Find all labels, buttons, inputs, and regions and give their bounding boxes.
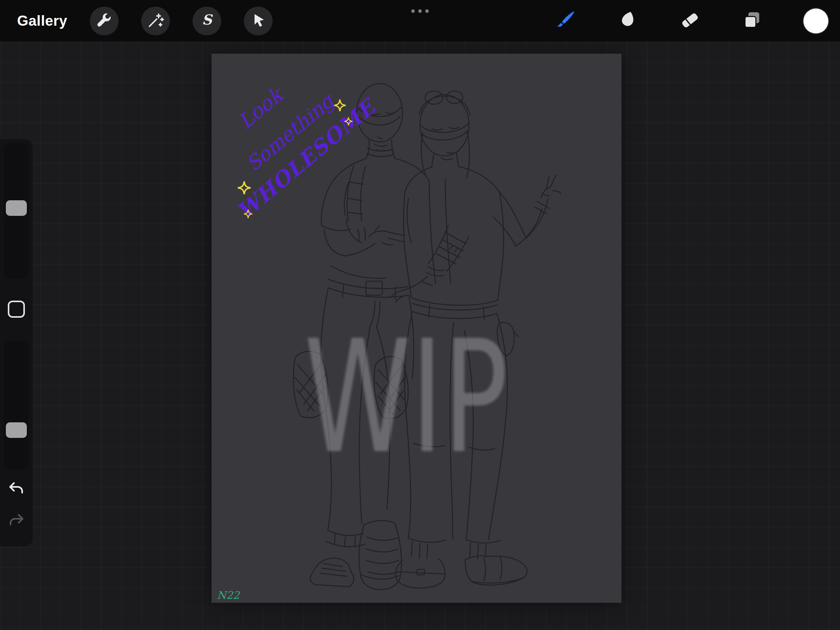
- undo-button[interactable]: [7, 481, 25, 497]
- cursor-arrow-icon: [249, 11, 267, 30]
- smudge-drop-icon: [617, 9, 639, 32]
- adjustments-button[interactable]: [141, 7, 170, 35]
- gallery-button[interactable]: Gallery: [17, 13, 67, 29]
- workspace: Look Something WHOLESOME WIP N22: [0, 42, 840, 630]
- artwork: Look Something WHOLESOME WIP N22: [212, 54, 621, 603]
- topbar: Gallery: [0, 0, 840, 42]
- magic-wand-icon: [147, 11, 164, 30]
- topbar-left-tools: Gallery: [0, 7, 273, 35]
- opacity-slider[interactable]: [4, 341, 29, 469]
- redo-button[interactable]: [7, 513, 25, 529]
- layers-button[interactable]: [741, 9, 763, 32]
- transform-button[interactable]: [244, 7, 273, 35]
- selection-s-icon: S: [198, 11, 216, 30]
- paintbrush-icon: [555, 9, 576, 32]
- layers-icon: [741, 9, 763, 32]
- paint-tool-button[interactable]: [555, 9, 576, 32]
- canvas[interactable]: Look Something WHOLESOME WIP N22: [212, 54, 621, 603]
- redo-icon: [7, 523, 25, 529]
- eraser-icon: [679, 9, 701, 32]
- wip-text: WIP: [304, 307, 508, 488]
- canvas-options-button[interactable]: [409, 7, 431, 15]
- undo-icon: [7, 492, 25, 497]
- brush-size-handle[interactable]: [6, 200, 27, 216]
- svg-text:S: S: [202, 12, 213, 28]
- smudge-tool-button[interactable]: [617, 9, 639, 32]
- artist-signature: N22: [217, 589, 240, 601]
- erase-tool-button[interactable]: [679, 9, 701, 32]
- wrench-icon: [95, 11, 113, 30]
- wip-overlay: WIP: [304, 307, 508, 488]
- brush-size-slider[interactable]: [4, 143, 29, 278]
- modify-button[interactable]: [8, 301, 25, 318]
- color-swatch-button[interactable]: [803, 9, 828, 33]
- ellipsis-icon: [411, 9, 415, 13]
- topbar-right-tools: [555, 9, 840, 33]
- selection-button[interactable]: S: [192, 7, 221, 35]
- opacity-handle[interactable]: [6, 422, 27, 438]
- actions-button[interactable]: [90, 7, 119, 35]
- annotation-text: Look Something WHOLESOME: [232, 82, 382, 224]
- tool-sidebar: [0, 139, 33, 546]
